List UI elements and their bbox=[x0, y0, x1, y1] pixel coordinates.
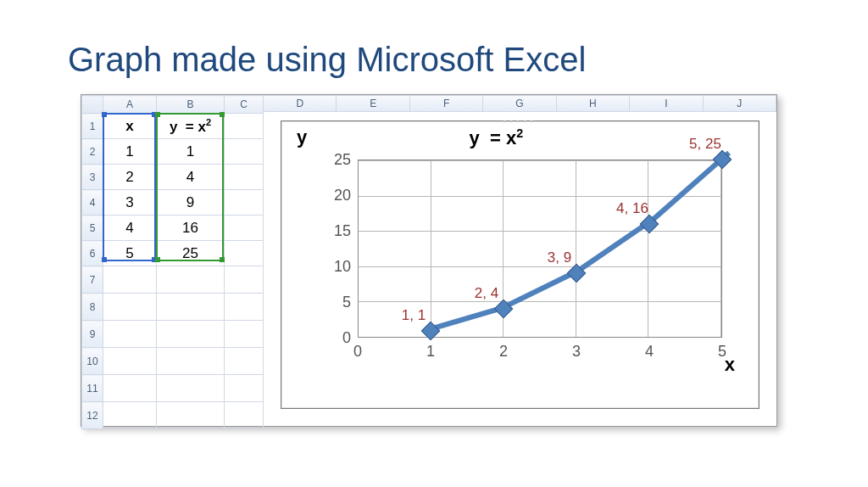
cell[interactable] bbox=[103, 402, 157, 429]
chart-object[interactable]: y y = x2 x 0510152025 012345 1, 12, 43, … bbox=[281, 120, 760, 409]
cell[interactable] bbox=[157, 266, 225, 294]
cell[interactable] bbox=[157, 348, 225, 375]
y-tick: 5 bbox=[342, 294, 351, 311]
cell[interactable] bbox=[225, 190, 264, 216]
cell[interactable]: 5 bbox=[103, 241, 157, 266]
x-tick: 5 bbox=[718, 343, 726, 361]
data-label: 2, 4 bbox=[475, 285, 498, 302]
slide-title: Graph made using Microsoft Excel bbox=[68, 41, 868, 79]
cell[interactable] bbox=[103, 266, 157, 294]
cell[interactable]: y = x2 bbox=[157, 114, 225, 139]
cell[interactable] bbox=[225, 114, 264, 139]
cell[interactable]: 25 bbox=[157, 241, 225, 266]
y-tick: 10 bbox=[334, 258, 351, 276]
col-header-a[interactable]: A bbox=[103, 96, 157, 114]
row-header[interactable]: 2 bbox=[82, 139, 103, 165]
row-header[interactable]: 6 bbox=[82, 241, 103, 266]
spreadsheet: A B C 1xy = x221132443954166525789101112 bbox=[81, 95, 264, 426]
y-tick: 0 bbox=[342, 329, 351, 347]
row-header[interactable]: 3 bbox=[82, 165, 103, 190]
cell[interactable] bbox=[103, 375, 157, 402]
cell[interactable]: 16 bbox=[157, 216, 225, 241]
cell[interactable] bbox=[157, 402, 225, 429]
cell[interactable]: 4 bbox=[103, 216, 157, 241]
cell[interactable] bbox=[225, 139, 264, 165]
row-header[interactable]: 11 bbox=[82, 375, 103, 402]
y-tick: 20 bbox=[334, 187, 351, 204]
cell[interactable]: x bbox=[103, 114, 157, 139]
col-header[interactable]: G bbox=[483, 95, 556, 112]
x-tick: 4 bbox=[645, 343, 654, 361]
data-label: 5, 25 bbox=[689, 136, 721, 153]
cell[interactable]: 1 bbox=[157, 139, 225, 165]
cell[interactable] bbox=[225, 402, 264, 429]
cell[interactable]: 2 bbox=[103, 165, 157, 190]
row-header[interactable]: 10 bbox=[82, 348, 103, 375]
cell[interactable]: 3 bbox=[103, 190, 157, 216]
y-axis-label: y bbox=[297, 126, 307, 148]
plot-area: 0510152025 012345 1, 12, 43, 94, 165, 25 bbox=[358, 160, 722, 338]
cell[interactable] bbox=[157, 294, 225, 321]
cell[interactable] bbox=[157, 321, 225, 348]
cell[interactable] bbox=[225, 216, 264, 241]
cell[interactable] bbox=[103, 294, 157, 321]
cell[interactable] bbox=[103, 321, 157, 348]
cell[interactable] bbox=[225, 165, 264, 190]
cell[interactable] bbox=[225, 375, 264, 402]
cell[interactable] bbox=[225, 348, 264, 375]
cell[interactable] bbox=[225, 321, 264, 348]
x-tick: 1 bbox=[426, 343, 435, 361]
cell[interactable] bbox=[225, 294, 264, 321]
col-header[interactable]: I bbox=[630, 95, 703, 112]
col-header[interactable]: H bbox=[557, 95, 630, 112]
x-tick: 2 bbox=[499, 343, 508, 361]
x-tick: 0 bbox=[353, 343, 362, 361]
row-header[interactable]: 12 bbox=[82, 402, 103, 429]
col-header[interactable]: F bbox=[410, 95, 483, 112]
row-header[interactable]: 5 bbox=[82, 216, 103, 241]
cell[interactable] bbox=[103, 348, 157, 375]
cell[interactable]: 9 bbox=[157, 190, 225, 216]
col-header[interactable]: D bbox=[264, 95, 337, 112]
row-header[interactable]: 7 bbox=[82, 266, 103, 294]
chart-handle-icon bbox=[501, 118, 540, 125]
select-all-cell[interactable] bbox=[82, 96, 103, 114]
excel-screenshot: A B C 1xy = x221132443954166525789101112… bbox=[81, 94, 777, 427]
col-header-c[interactable]: C bbox=[225, 96, 264, 114]
chart-area: DEFGHIJ y y = x2 x 0510152025 012345 1, … bbox=[264, 95, 776, 426]
cell[interactable] bbox=[225, 241, 264, 266]
row-header[interactable]: 4 bbox=[82, 190, 103, 216]
col-header[interactable]: E bbox=[337, 95, 409, 112]
cell[interactable]: 1 bbox=[103, 139, 157, 165]
col-headers-continued: DEFGHIJ bbox=[264, 95, 776, 112]
col-header-b[interactable]: B bbox=[157, 96, 225, 114]
cell[interactable] bbox=[225, 266, 264, 294]
x-tick: 3 bbox=[572, 343, 581, 361]
cell[interactable] bbox=[157, 375, 225, 402]
row-header[interactable]: 1 bbox=[82, 114, 103, 139]
y-tick: 15 bbox=[334, 222, 351, 240]
data-label: 3, 9 bbox=[548, 249, 571, 266]
row-header[interactable]: 9 bbox=[82, 321, 103, 348]
row-header[interactable]: 8 bbox=[82, 294, 103, 321]
chart-title: y = x2 bbox=[470, 126, 524, 149]
col-header[interactable]: J bbox=[704, 95, 776, 112]
cell[interactable]: 4 bbox=[157, 165, 225, 190]
spreadsheet-grid[interactable]: A B C 1xy = x221132443954166525789101112 bbox=[81, 95, 264, 429]
y-tick: 25 bbox=[334, 151, 351, 169]
data-label: 1, 1 bbox=[402, 307, 426, 324]
data-label: 4, 16 bbox=[616, 200, 648, 217]
slide: Graph made using Microsoft Excel A B C 1… bbox=[0, 0, 868, 487]
